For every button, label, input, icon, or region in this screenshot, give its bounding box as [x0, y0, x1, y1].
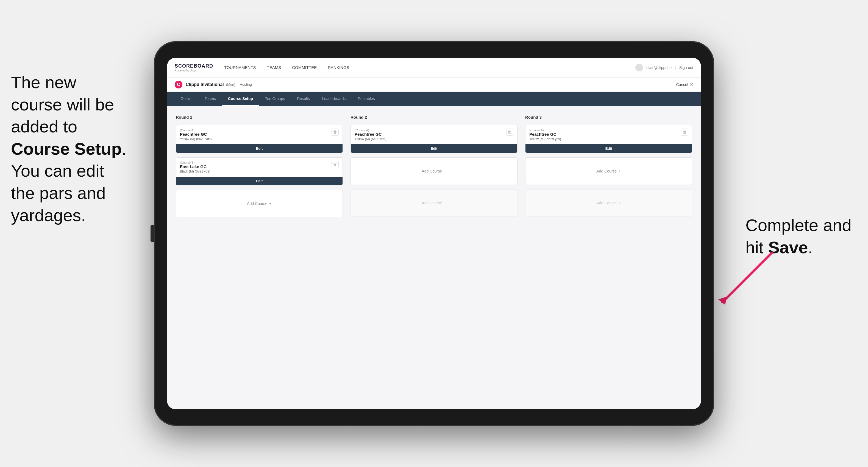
round-2-course-a-actions: 🗑 [506, 129, 514, 136]
course-a-actions: 🗑 [332, 129, 339, 136]
add-course-round-1-text: Add Course + [247, 201, 271, 206]
nav-tournaments[interactable]: TOURNAMENTS [224, 65, 256, 70]
user-avatar [636, 64, 643, 71]
add-plus-round-3-disabled-icon: + [618, 200, 621, 206]
add-course-round-2-disabled: Add Course + [350, 189, 518, 217]
course-a-details: Yellow (M) (6629 yds) [180, 137, 212, 141]
round-3-course-a-details: Yellow (M) (6629 yds) [529, 137, 561, 141]
tab-results[interactable]: Results [291, 92, 316, 106]
tab-printables[interactable]: Printables [352, 92, 381, 106]
round-3-course-a-name: Peachtree GC [529, 132, 561, 136]
tab-details[interactable]: Details [175, 92, 198, 106]
add-plus-round-2-icon: + [444, 169, 446, 174]
delete-course-a-icon[interactable]: 🗑 [332, 129, 339, 136]
nav-links: TOURNAMENTS TEAMS COMMITTEE RANKINGS [224, 65, 636, 70]
edit-course-a-button[interactable]: Edit [176, 144, 343, 153]
delete-round2-course-a-icon[interactable]: 🗑 [506, 129, 514, 136]
nav-teams[interactable]: TEAMS [267, 65, 281, 70]
add-course-round-2-disabled-text: Add Course + [422, 200, 446, 206]
user-email: blair@clippd.io [646, 65, 672, 70]
tab-tee-groups[interactable]: Tee Groups [259, 92, 291, 106]
round-3-course-a-actions: 🗑 [681, 129, 688, 136]
tournament-status: Hosting [240, 83, 252, 87]
annotation-course-setup-bold: Course Setup [11, 139, 122, 158]
round-2-course-a-name: Peachtree GC [354, 132, 386, 136]
course-a-name: Peachtree GC [180, 132, 212, 136]
round-2-column: Round 2 (Course A) Peachtree GC Yellow (… [350, 115, 518, 217]
nav-rankings[interactable]: RANKINGS [328, 65, 349, 70]
round-3-course-a-label: (Course A) [529, 129, 561, 132]
rounds-grid: Round 1 (Course A) Peachtree GC Yellow (… [176, 115, 692, 217]
scoreboard-logo: SCOREBOARD Powered by clippd [175, 63, 213, 72]
top-nav: SCOREBOARD Powered by clippd TOURNAMENTS… [167, 58, 701, 77]
round-3-course-a-card: (Course A) Peachtree GC Yellow (M) (6629… [525, 125, 692, 153]
add-course-round-3-disabled: Add Course + [525, 189, 692, 217]
add-plus-icon: + [269, 201, 271, 206]
delete-course-b-icon[interactable]: 🗑 [332, 161, 339, 168]
tab-teams[interactable]: Teams [198, 92, 222, 106]
tournament-name: Clippd Invitational [186, 82, 224, 87]
add-course-round-1[interactable]: Add Course + [176, 190, 343, 217]
course-b-actions: 🗑 [332, 161, 339, 168]
cancel-button[interactable]: Cancel ✕ [676, 82, 693, 87]
round-1-title: Round 1 [176, 115, 343, 120]
edit-round2-course-a-button[interactable]: Edit [351, 144, 517, 153]
tournament-bar: C Clippd Invitational (Men) Hosting Canc… [167, 77, 701, 92]
round-2-course-a-card: (Course A) Peachtree GC Yellow (M) (6629… [350, 125, 518, 153]
round-3-column: Round 3 (Course A) Peachtree GC Yellow (… [525, 115, 692, 217]
tablet-screen: SCOREBOARD Powered by clippd TOURNAMENTS… [167, 58, 701, 409]
round-1-course-a-card: (Course A) Peachtree GC Yellow (M) (6629… [176, 125, 343, 153]
clippd-logo: C [175, 81, 182, 89]
tablet-frame: SCOREBOARD Powered by clippd TOURNAMENTS… [154, 41, 714, 426]
round-1-course-b-card: (Course B) East Lake GC Black (M) (6891 … [176, 157, 343, 185]
course-b-name: East Lake GC [180, 164, 210, 169]
round-2-course-a-details: Yellow (M) (6629 yds) [354, 137, 386, 141]
close-icon: ✕ [690, 82, 693, 87]
main-content: Round 1 (Course A) Peachtree GC Yellow (… [167, 106, 701, 409]
logo-title: SCOREBOARD [175, 63, 213, 69]
add-course-round-3-active[interactable]: Add Course + [525, 157, 692, 185]
round-3-title: Round 3 [525, 115, 692, 120]
add-course-round-2-active[interactable]: Add Course + [350, 157, 518, 185]
round-2-title: Round 2 [350, 115, 518, 120]
annotation-save-bold: Save [768, 238, 808, 257]
nav-committee[interactable]: COMMITTEE [292, 65, 317, 70]
course-b-label: (Course B) [180, 161, 210, 164]
delete-round3-course-a-icon[interactable]: 🗑 [681, 129, 688, 136]
tab-course-setup[interactable]: Course Setup [222, 92, 259, 106]
sign-out-link[interactable]: Sign out [679, 65, 693, 70]
add-course-round-3-active-text: Add Course + [596, 169, 621, 174]
cancel-label: Cancel [676, 83, 688, 87]
course-b-details: Black (M) (6891 yds) [180, 169, 210, 173]
logo-sub: Powered by clippd [175, 69, 213, 72]
course-a-label: (Course A) [180, 129, 212, 132]
tab-leaderboards[interactable]: Leaderboards [316, 92, 351, 106]
round-3-course-a-header: (Course A) Peachtree GC Yellow (M) (6629… [525, 125, 692, 141]
add-plus-round-3-icon: + [618, 169, 621, 174]
add-course-round-2-active-text: Add Course + [422, 169, 446, 174]
add-course-round-3-disabled-text: Add Course + [596, 200, 621, 206]
course-b-header: (Course B) East Lake GC Black (M) (6891 … [176, 158, 343, 173]
course-a-header: (Course A) Peachtree GC Yellow (M) (6629… [176, 125, 343, 141]
separator: | [675, 65, 676, 70]
edit-course-b-button[interactable]: Edit [176, 177, 343, 185]
annotation-left: The new course will be added to Course S… [11, 71, 126, 226]
edit-round3-course-a-button[interactable]: Edit [525, 144, 692, 153]
round-1-column: Round 1 (Course A) Peachtree GC Yellow (… [176, 115, 343, 217]
tournament-gender: (Men) [226, 83, 236, 87]
tab-bar: Details Teams Course Setup Tee Groups Re… [167, 92, 701, 106]
nav-user: blair@clippd.io | Sign out [636, 64, 693, 71]
svg-marker-1 [718, 297, 726, 305]
round-2-course-a-label: (Course A) [354, 129, 386, 132]
add-plus-round-2-disabled-icon: + [444, 200, 446, 206]
side-button [151, 225, 154, 242]
round-2-course-a-header: (Course A) Peachtree GC Yellow (M) (6629… [351, 125, 517, 141]
annotation-right: Complete and hit Save. [745, 214, 851, 258]
